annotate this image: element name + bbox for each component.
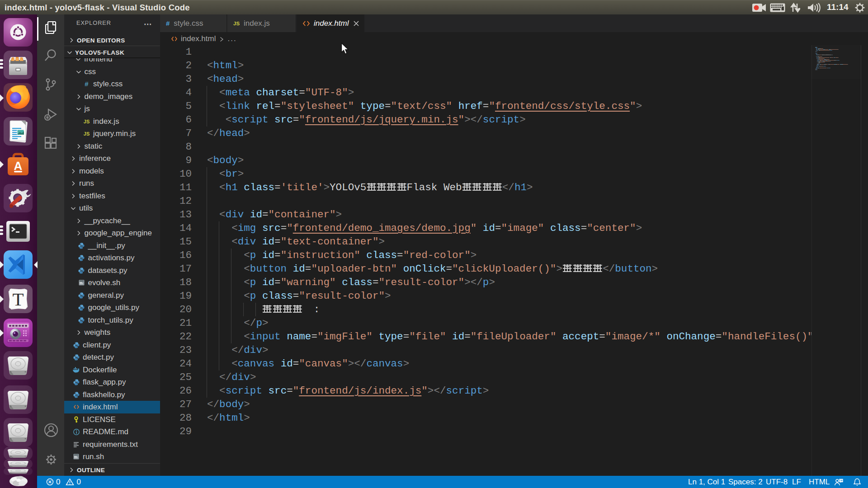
svg-text:T: T: [12, 289, 24, 310]
svg-text:A: A: [14, 159, 23, 173]
